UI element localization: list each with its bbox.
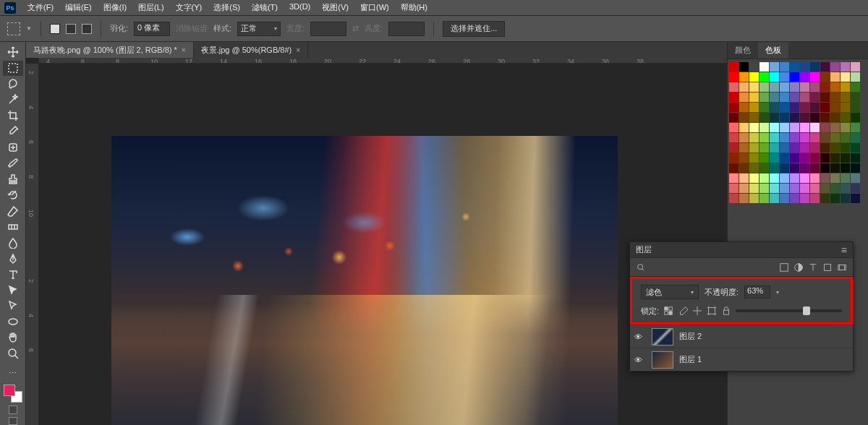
menu-item[interactable]: 视图(V) xyxy=(316,2,354,13)
magic-wand-tool[interactable] xyxy=(3,93,23,108)
swatch[interactable] xyxy=(810,133,820,142)
swatch[interactable] xyxy=(739,72,749,82)
swatch[interactable] xyxy=(739,82,749,92)
swatch[interactable] xyxy=(760,163,769,173)
menu-item[interactable]: 滤镜(T) xyxy=(246,2,284,13)
close-icon[interactable]: × xyxy=(182,46,186,54)
swatch[interactable] xyxy=(790,62,799,72)
swatch[interactable] xyxy=(729,123,739,132)
swatch[interactable] xyxy=(770,143,779,153)
swatch[interactable] xyxy=(760,194,769,203)
search-icon[interactable] xyxy=(636,262,646,272)
swatch[interactable] xyxy=(749,133,759,142)
swatch[interactable] xyxy=(830,184,840,193)
swatch[interactable] xyxy=(770,62,779,72)
swatch[interactable] xyxy=(830,72,840,82)
swatch[interactable] xyxy=(810,194,820,203)
swatch[interactable] xyxy=(820,82,830,92)
swatch[interactable] xyxy=(800,184,809,193)
swatch[interactable] xyxy=(851,93,860,102)
swatch[interactable] xyxy=(739,133,749,142)
swatch[interactable] xyxy=(780,153,789,163)
ellipse-tool[interactable] xyxy=(3,314,23,330)
swatch[interactable] xyxy=(739,173,749,183)
canvas[interactable] xyxy=(39,64,727,425)
path-selection-tool[interactable] xyxy=(3,283,23,298)
swatch[interactable] xyxy=(841,103,850,112)
swatch[interactable] xyxy=(851,184,860,193)
swatch[interactable] xyxy=(830,123,840,132)
tab-inactive[interactable]: 夜景.jpg @ 50%(RGB/8#)× xyxy=(194,42,308,58)
direct-selection-tool[interactable] xyxy=(3,299,23,314)
swatch[interactable] xyxy=(729,62,739,72)
tab-swatches[interactable]: 色板 xyxy=(758,42,788,59)
swatch[interactable] xyxy=(770,113,779,122)
ruler-vertical[interactable]: 246810246 xyxy=(26,64,39,425)
swatch[interactable] xyxy=(739,153,749,163)
swatch[interactable] xyxy=(760,143,769,153)
lasso-tool[interactable] xyxy=(3,77,23,92)
select-and-mask-button[interactable]: 选择并遮住... xyxy=(443,21,505,37)
menu-item[interactable]: 3D(D) xyxy=(284,2,316,13)
swatch[interactable] xyxy=(790,72,799,82)
swatch[interactable] xyxy=(800,143,809,153)
swatch[interactable] xyxy=(790,143,799,153)
swatch[interactable] xyxy=(810,184,820,193)
ruler-horizontal[interactable]: 468101214161820222426283032343638 xyxy=(39,58,727,64)
swatch[interactable] xyxy=(800,123,809,132)
swatch[interactable] xyxy=(820,143,830,153)
swatch[interactable] xyxy=(851,133,860,142)
swatch[interactable] xyxy=(729,133,739,142)
swatch[interactable] xyxy=(851,103,860,112)
swatch[interactable] xyxy=(851,82,860,92)
swatch[interactable] xyxy=(770,93,779,102)
swatch[interactable] xyxy=(810,93,820,102)
swatch[interactable] xyxy=(790,153,799,163)
swatch[interactable] xyxy=(820,103,830,112)
swatch[interactable] xyxy=(739,123,749,132)
swatch[interactable] xyxy=(810,153,820,163)
layer-thumbnail[interactable] xyxy=(652,351,673,369)
swatch[interactable] xyxy=(820,173,830,183)
swatch[interactable] xyxy=(851,123,860,132)
close-icon[interactable]: × xyxy=(296,46,300,54)
swatch[interactable] xyxy=(780,103,789,112)
swatch[interactable] xyxy=(790,133,799,142)
swatch[interactable] xyxy=(820,184,830,193)
history-brush-tool[interactable] xyxy=(3,187,23,202)
swatch[interactable] xyxy=(851,194,860,203)
swatch[interactable] xyxy=(780,72,789,82)
swatch[interactable] xyxy=(739,184,749,193)
swatch[interactable] xyxy=(790,184,799,193)
swatch[interactable] xyxy=(729,194,739,203)
filter-shape-icon[interactable] xyxy=(822,262,833,272)
swatch[interactable] xyxy=(790,163,799,173)
swatch[interactable] xyxy=(800,163,809,173)
swatch[interactable] xyxy=(800,103,809,112)
layer-name[interactable]: 图层 1 xyxy=(679,354,702,365)
swatch[interactable] xyxy=(760,153,769,163)
swatch[interactable] xyxy=(830,163,840,173)
filter-smart-icon[interactable] xyxy=(837,262,847,272)
menu-item[interactable]: 窗口(W) xyxy=(354,2,395,13)
lock-all-icon[interactable] xyxy=(721,306,731,316)
swatch[interactable] xyxy=(820,153,830,163)
lock-artboard-icon[interactable] xyxy=(707,306,717,316)
swatch[interactable] xyxy=(800,153,809,163)
quick-mask-icon[interactable] xyxy=(9,405,17,414)
swatch[interactable] xyxy=(790,173,799,183)
layer-item-1[interactable]: 👁 图层 1 xyxy=(630,348,853,371)
swatch[interactable] xyxy=(760,173,769,183)
eraser-tool[interactable] xyxy=(3,203,23,218)
swatch[interactable] xyxy=(800,82,809,92)
swatch[interactable] xyxy=(749,194,759,203)
blend-mode-select[interactable]: 滤色▾ xyxy=(641,285,699,299)
swatch[interactable] xyxy=(770,173,779,183)
swatch[interactable] xyxy=(729,163,739,173)
swatch[interactable] xyxy=(770,123,779,132)
opacity-input[interactable]: 63% xyxy=(744,286,770,299)
layer-item-2[interactable]: 👁 图层 2 xyxy=(630,325,853,348)
swatch[interactable] xyxy=(810,72,820,82)
swatch[interactable] xyxy=(749,153,759,163)
swatch[interactable] xyxy=(841,184,850,193)
